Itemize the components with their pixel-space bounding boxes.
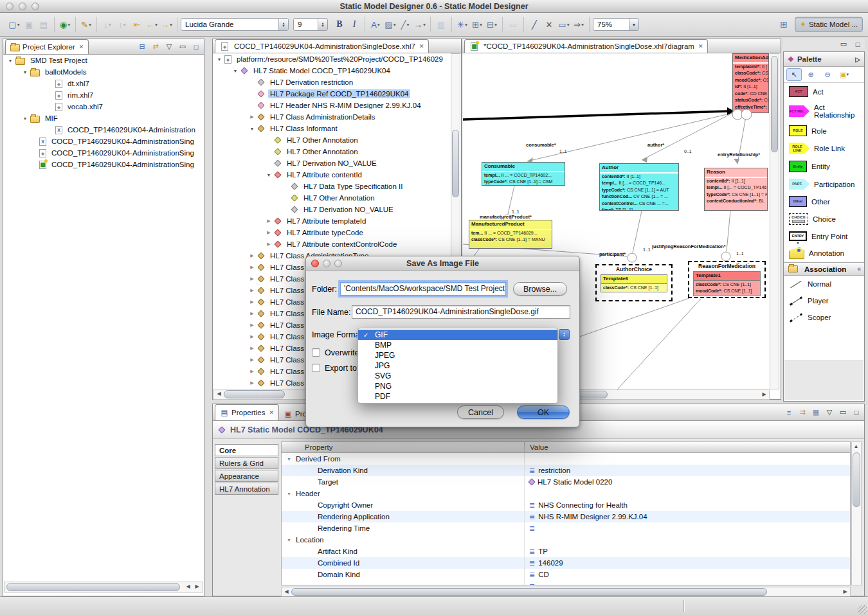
overwrite-checkbox[interactable] [312,348,320,357]
font-color-button[interactable]: A [368,17,383,31]
minimize-icon[interactable]: ▭ [178,42,187,51]
property-row[interactable]: Derived From [282,453,850,465]
remove-bendpoints-button[interactable]: ✕ [542,17,556,31]
select-layout-button[interactable]: ✳ [455,17,469,31]
expander-icon[interactable] [248,346,256,351]
property-row[interactable]: Header [282,488,850,499]
scroll-left-icon[interactable]: ◀ [184,582,192,591]
tree-item[interactable]: HL7 Attribute typeCode [213,227,451,238]
expander-icon[interactable] [21,70,29,75]
filename-input[interactable]: COCD_TP146029UK04-AdministrationSingleDo… [352,305,570,319]
palette-item-entity[interactable]: Entity Entity [784,157,864,175]
oblique-line-button[interactable]: ╱ [527,17,541,31]
tree-item[interactable]: HL7 Derivation NO_VALUE [213,157,451,169]
forward-button[interactable]: → [159,17,174,31]
new-button[interactable]: ▢ [7,17,21,31]
tab-properties[interactable]: ▤ Properties ✕ [215,404,279,420]
expander-icon[interactable] [248,334,256,339]
menu-item[interactable]: BMP [358,340,557,350]
expander-icon[interactable] [248,253,256,258]
scrollbar-thumb[interactable] [6,583,180,591]
association-drawer[interactable]: Association [784,262,864,276]
pin-view-icon[interactable]: ⇉ [798,408,807,416]
tree-item[interactable]: HL7 Attribute contextControlCode [213,238,451,250]
horizontal-scrollbar[interactable]: ◀ ▶ [4,582,203,593]
properties-side-tab[interactable]: Rulers & Grid [215,457,278,469]
association-normal-tool[interactable]: Normal [784,276,864,292]
copy-appearance-button[interactable]: ▥ [434,17,448,31]
marquee-select-button[interactable]: ▭ [506,17,520,31]
scroll-right-icon[interactable]: ▶ [841,587,849,596]
view-menu-icon[interactable]: ▽ [165,42,174,51]
maximize-icon[interactable]: □ [192,43,201,51]
scroll-left-icon[interactable]: ◀ [282,587,291,596]
tree-item[interactable]: HL7 Other Annotation [213,134,451,146]
resource-perspective-button[interactable] [775,17,792,32]
property-row[interactable]: Location [282,534,850,546]
expander-icon[interactable] [265,242,273,247]
expander-icon[interactable] [265,173,273,177]
dropdown-icon[interactable] [629,19,638,30]
palette-item-other[interactable]: Other Other [784,193,864,210]
properties-side-tab[interactable]: HL7 Annotation [215,483,278,495]
tree-item[interactable]: COCD_TP146029UK04-AdministrationSing [4,159,203,170]
column-value[interactable]: Value [525,442,850,452]
maximize-icon[interactable]: □ [852,409,861,416]
menu-item[interactable]: JPEG [358,350,557,361]
expander-icon[interactable] [248,299,256,305]
close-icon[interactable]: ✕ [698,43,703,49]
scroll-left-icon[interactable]: ◀ [215,389,223,398]
vertical-scrollbar[interactable]: ▲ [851,441,862,585]
expander-icon[interactable] [248,276,256,281]
arrange-all-button[interactable]: ⊞ [470,17,484,31]
tree-item[interactable]: MIF [4,112,203,124]
expander-icon[interactable] [248,265,256,270]
zoom-select[interactable]: 75% [593,18,639,31]
expander-icon[interactable] [215,57,223,62]
save-button[interactable]: ▣ [22,17,36,31]
group-expander-icon[interactable] [287,538,296,542]
tree-item[interactable]: rim.xhl7 [4,89,203,101]
print-button[interactable]: ▤ [37,17,51,31]
close-icon[interactable]: ✕ [269,409,274,416]
fill-color-button[interactable]: ▨ [383,17,397,31]
expander-icon[interactable] [248,380,256,386]
collapse-palette-icon[interactable] [855,55,860,63]
tree-item[interactable]: platform:/resource/SMD%20Test%20Project/… [213,53,451,65]
scrollbar-thumb[interactable] [853,452,860,507]
tab-diagram-editor[interactable]: *COCD_TP146029UK04-AdministrationSingleD… [464,39,708,53]
tree-item[interactable]: HL7 Derivation NO_VALUE [213,204,451,215]
expander-icon[interactable] [265,230,273,235]
note-tool[interactable]: ▣ [836,68,852,81]
association-scoper-tool[interactable]: Scoper [784,309,864,326]
expander-icon[interactable] [248,369,256,374]
expander-icon[interactable] [248,288,256,293]
property-row[interactable]: Rendering Time [282,522,850,534]
column-property[interactable]: Property [282,442,525,452]
align-button[interactable]: ⊟ [485,17,499,31]
tree-item[interactable]: HL7 Other Annotation [213,192,451,204]
tree-item[interactable]: COCD_TP146029UK04-AdministrationSing [4,147,203,159]
export-checkbox[interactable] [312,364,320,372]
palette-item-entry-point[interactable]: ENTRY Entry Point [784,228,864,244]
line-color-button[interactable]: ╱ [398,17,412,31]
property-row[interactable]: Target HL7 Static Model 0220 [282,476,850,488]
expander-icon[interactable] [21,116,29,121]
tree-item[interactable]: COCD_TP146029UK04-Administration [4,124,203,136]
minimize-icon[interactable]: ▭ [838,408,847,416]
property-row[interactable] [282,580,850,585]
folder-input[interactable]: 'Contents/MacOS/workspace/SMD Test Proje… [340,282,506,296]
palette-header[interactable]: Palette [784,52,864,67]
browse-button[interactable]: Browse... [513,282,567,296]
arrow-style-button[interactable]: → [413,17,427,31]
collapse-all-icon[interactable]: ⊟ [138,42,147,51]
expander-icon[interactable] [248,127,256,131]
tab-project-explorer[interactable]: Project Explorer ✕ [5,39,89,54]
maximize-icon[interactable]: □ [853,40,862,48]
routing-button[interactable]: ⇒ [572,17,586,31]
tree-item[interactable]: HL7 Other Annotation [213,146,451,157]
scrollbar-thumb[interactable] [291,588,767,596]
close-icon[interactable]: ✕ [419,43,424,49]
stepper-icon[interactable] [318,19,327,30]
line-style-button[interactable]: ▭ [557,17,571,31]
